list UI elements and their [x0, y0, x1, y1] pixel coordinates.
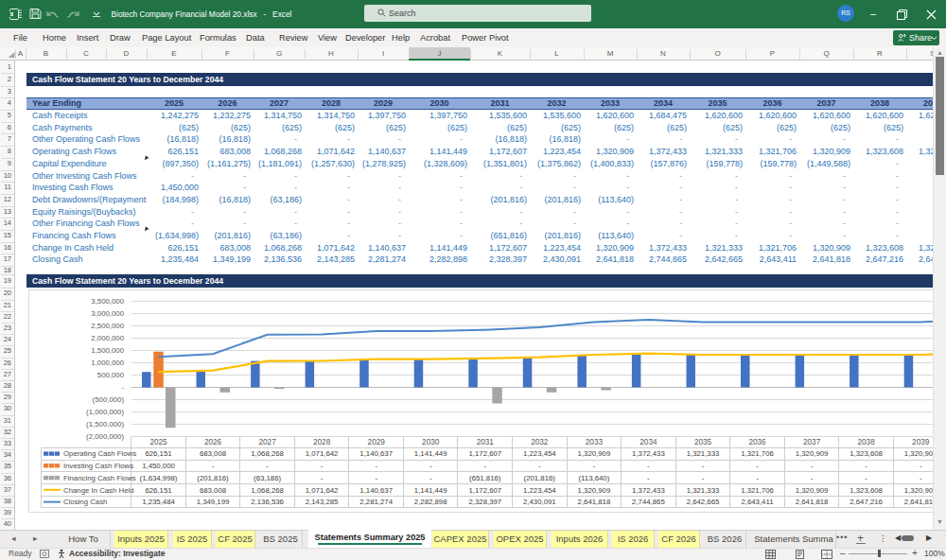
svg-text:1,323,608: 1,323,608 — [850, 486, 883, 495]
svg-text:2,642,665: 2,642,665 — [687, 498, 720, 506]
svg-text:-: - — [212, 462, 215, 470]
svg-text:2034: 2034 — [639, 438, 657, 446]
svg-text:1,223,454: 1,223,454 — [523, 449, 556, 458]
svg-text:2,143,285: 2,143,285 — [306, 498, 339, 506]
svg-text:1,372,433: 1,372,433 — [632, 486, 665, 495]
svg-text:-: - — [266, 462, 269, 470]
svg-text:-: - — [920, 474, 922, 482]
svg-text:2033: 2033 — [586, 438, 604, 446]
svg-text:-: - — [756, 462, 759, 470]
svg-text:2037: 2037 — [803, 438, 821, 446]
svg-text:1,323,608: 1,323,608 — [850, 449, 883, 458]
svg-text:2027: 2027 — [258, 438, 276, 446]
svg-text:-: - — [429, 474, 432, 482]
svg-text:(2,000,000): (2,000,000) — [86, 432, 124, 441]
svg-text:1,235,484: 1,235,484 — [142, 498, 175, 506]
svg-text:2029: 2029 — [368, 438, 386, 446]
svg-text:2039: 2039 — [912, 438, 930, 446]
svg-text:Change In Cash Held: Change In Cash Held — [63, 486, 134, 495]
svg-text:1,320,909: 1,320,909 — [796, 449, 829, 458]
svg-text:2,744,865: 2,744,865 — [632, 498, 665, 506]
svg-text:-: - — [429, 462, 432, 470]
svg-text:1,223,454: 1,223,454 — [523, 486, 556, 495]
svg-text:(1,000,000): (1,000,000) — [86, 408, 124, 416]
svg-text:1,450,000: 1,450,000 — [142, 462, 175, 470]
svg-text:-: - — [756, 474, 759, 482]
svg-text:-: - — [865, 474, 867, 482]
svg-text:(1,500,000): (1,500,000) — [86, 420, 124, 429]
svg-text:1,320,909: 1,320,909 — [578, 486, 611, 495]
svg-text:1,349,199: 1,349,199 — [197, 498, 230, 506]
svg-text:-: - — [647, 462, 650, 470]
svg-text:1,141,449: 1,141,449 — [414, 486, 447, 495]
svg-text:2030: 2030 — [422, 438, 440, 446]
svg-text:2,430,091: 2,430,091 — [523, 498, 556, 506]
svg-text:-: - — [702, 462, 705, 470]
svg-text:(201,816): (201,816) — [524, 474, 556, 482]
svg-text:1,071,642: 1,071,642 — [306, 449, 339, 458]
svg-text:2,641,818: 2,641,818 — [578, 498, 611, 506]
svg-text:Closing Cash: Closing Cash — [63, 498, 107, 506]
svg-text:1,000,000: 1,000,000 — [91, 359, 124, 367]
svg-text:-: - — [811, 474, 814, 482]
svg-text:-: - — [647, 474, 650, 482]
svg-text:2,000,000: 2,000,000 — [91, 334, 124, 342]
svg-text:(201,816): (201,816) — [197, 474, 229, 482]
svg-text:2032: 2032 — [531, 438, 549, 446]
svg-text:(63,186): (63,186) — [254, 474, 281, 482]
svg-text:2,647,216: 2,647,216 — [850, 498, 883, 506]
svg-text:Financing Cash Flows: Financing Cash Flows — [63, 474, 136, 482]
svg-text:2025: 2025 — [149, 438, 167, 446]
svg-text:626,151: 626,151 — [145, 486, 171, 495]
svg-text:(651,816): (651,816) — [469, 474, 501, 482]
svg-text:1,068,268: 1,068,268 — [251, 449, 284, 458]
svg-text:-: - — [811, 462, 814, 470]
svg-text:3,000,000: 3,000,000 — [91, 309, 124, 318]
svg-text:1,321,706: 1,321,706 — [741, 449, 774, 458]
svg-text:2026: 2026 — [204, 438, 222, 446]
svg-text:Investing Cash Flows: Investing Cash Flows — [63, 462, 133, 470]
svg-text:2,641,818: 2,641,818 — [904, 498, 933, 506]
svg-text:1,320,909: 1,320,909 — [904, 449, 933, 458]
svg-text:(500,000): (500,000) — [93, 395, 125, 404]
svg-text:3,500,000: 3,500,000 — [91, 297, 124, 306]
svg-text:-: - — [321, 462, 324, 470]
svg-text:1,071,642: 1,071,642 — [306, 486, 339, 495]
svg-text:2,136,536: 2,136,536 — [251, 498, 284, 506]
svg-text:2035: 2035 — [694, 438, 712, 446]
svg-text:-: - — [483, 462, 486, 470]
svg-text:2,500,000: 2,500,000 — [91, 322, 124, 330]
svg-text:-: - — [865, 462, 867, 470]
svg-text:-: - — [538, 462, 541, 470]
svg-text:Operating Cash Flows: Operating Cash Flows — [63, 449, 136, 458]
svg-text:1,320,909: 1,320,909 — [796, 486, 829, 495]
svg-text:1,320,909: 1,320,909 — [904, 486, 933, 495]
svg-text:1,320,909: 1,320,909 — [578, 449, 611, 458]
svg-text:2,328,397: 2,328,397 — [468, 498, 501, 506]
svg-text:2,282,898: 2,282,898 — [414, 498, 447, 506]
svg-text:-: - — [920, 462, 922, 470]
svg-text:683,008: 683,008 — [200, 449, 226, 458]
svg-text:2038: 2038 — [857, 438, 875, 446]
svg-text:1,321,333: 1,321,333 — [687, 449, 720, 458]
svg-text:1,140,637: 1,140,637 — [359, 486, 393, 495]
svg-text:683,008: 683,008 — [200, 486, 226, 495]
svg-text:-: - — [375, 474, 377, 482]
svg-text:(113,640): (113,640) — [578, 474, 609, 482]
svg-text:1,172,607: 1,172,607 — [468, 449, 501, 458]
svg-text:(1,634,998): (1,634,998) — [140, 474, 178, 482]
svg-text:-: - — [121, 383, 124, 392]
svg-text:-: - — [375, 462, 377, 470]
svg-text:1,068,268: 1,068,268 — [251, 486, 284, 495]
svg-text:-: - — [321, 474, 324, 482]
svg-text:2,641,818: 2,641,818 — [796, 498, 829, 506]
svg-text:500,000: 500,000 — [97, 371, 125, 379]
svg-text:2036: 2036 — [748, 438, 766, 446]
svg-text:1,372,433: 1,372,433 — [632, 449, 665, 458]
svg-text:1,500,000: 1,500,000 — [91, 346, 124, 355]
svg-text:1,321,706: 1,321,706 — [741, 486, 774, 495]
svg-text:1,140,637: 1,140,637 — [359, 449, 393, 458]
svg-text:2,643,411: 2,643,411 — [741, 498, 773, 506]
svg-text:1,321,333: 1,321,333 — [687, 486, 720, 495]
svg-text:626,151: 626,151 — [145, 449, 171, 458]
